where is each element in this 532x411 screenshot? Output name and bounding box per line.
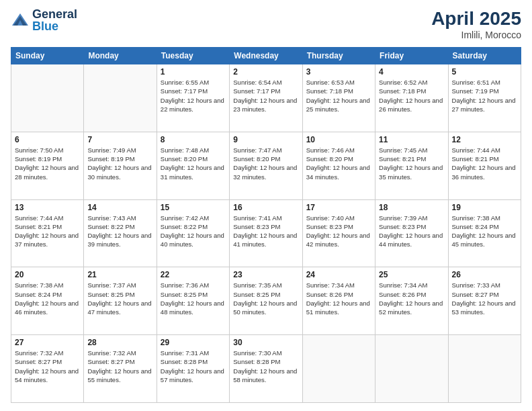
daylight-text: Daylight: 12 hours and 32 minutes. <box>233 164 297 180</box>
table-row: 24 Sunrise: 7:34 AM Sunset: 8:26 PM Dayl… <box>302 267 375 335</box>
day-info: Sunrise: 7:32 AM Sunset: 8:27 PM Dayligh… <box>15 349 80 384</box>
day-info: Sunrise: 6:53 AM Sunset: 7:18 PM Dayligh… <box>306 78 371 113</box>
logo-text: General Blue <box>32 8 77 32</box>
table-row: 16 Sunrise: 7:41 AM Sunset: 8:23 PM Dayl… <box>230 199 302 267</box>
table-row: 10 Sunrise: 7:46 AM Sunset: 8:20 PM Dayl… <box>302 132 375 199</box>
day-info: Sunrise: 7:34 AM Sunset: 8:26 PM Dayligh… <box>306 281 371 316</box>
day-number: 11 <box>379 135 444 144</box>
table-row: 19 Sunrise: 7:38 AM Sunset: 8:24 PM Dayl… <box>448 199 521 267</box>
title-location: Imlili, Morocco <box>431 30 521 40</box>
table-row: 6 Sunrise: 7:50 AM Sunset: 8:19 PM Dayli… <box>11 132 84 199</box>
header: General Blue April 2025 Imlili, Morocco <box>11 8 521 40</box>
sunset-text: Sunset: 8:20 PM <box>161 155 208 163</box>
daylight-text: Daylight: 12 hours and 53 minutes. <box>452 300 516 316</box>
day-info: Sunrise: 7:42 AM Sunset: 8:22 PM Dayligh… <box>161 214 226 249</box>
sunset-text: Sunset: 8:26 PM <box>306 291 353 298</box>
table-row <box>448 335 521 403</box>
sunset-text: Sunset: 8:25 PM <box>87 291 134 298</box>
daylight-text: Daylight: 12 hours and 48 minutes. <box>161 300 224 316</box>
daylight-text: Daylight: 12 hours and 37 minutes. <box>15 232 79 248</box>
sunset-text: Sunset: 8:21 PM <box>15 223 62 230</box>
day-info: Sunrise: 7:44 AM Sunset: 8:21 PM Dayligh… <box>15 214 80 249</box>
day-number: 29 <box>161 338 226 347</box>
col-tuesday: Tuesday <box>157 48 229 64</box>
day-info: Sunrise: 7:38 AM Sunset: 8:24 PM Dayligh… <box>452 214 517 249</box>
sunrise-text: Sunrise: 7:34 AM <box>306 281 355 289</box>
table-row: 20 Sunrise: 7:38 AM Sunset: 8:24 PM Dayl… <box>11 267 84 335</box>
day-info: Sunrise: 7:41 AM Sunset: 8:23 PM Dayligh… <box>233 214 298 249</box>
day-info: Sunrise: 6:55 AM Sunset: 7:17 PM Dayligh… <box>161 78 226 113</box>
day-info: Sunrise: 7:49 AM Sunset: 8:19 PM Dayligh… <box>87 146 152 181</box>
daylight-text: Daylight: 12 hours and 22 minutes. <box>161 97 224 113</box>
daylight-text: Daylight: 12 hours and 58 minutes. <box>233 367 297 383</box>
sunrise-text: Sunrise: 7:44 AM <box>15 214 63 222</box>
daylight-text: Daylight: 12 hours and 45 minutes. <box>452 232 516 248</box>
day-number: 19 <box>452 203 517 212</box>
table-row: 27 Sunrise: 7:32 AM Sunset: 8:27 PM Dayl… <box>11 335 84 403</box>
sunset-text: Sunset: 7:18 PM <box>379 87 426 95</box>
sunrise-text: Sunrise: 7:32 AM <box>87 349 136 357</box>
day-number: 4 <box>379 67 444 77</box>
table-row: 11 Sunrise: 7:45 AM Sunset: 8:21 PM Dayl… <box>375 132 448 199</box>
day-number: 28 <box>87 338 152 347</box>
day-info: Sunrise: 7:32 AM Sunset: 8:27 PM Dayligh… <box>87 349 152 384</box>
sunrise-text: Sunrise: 7:41 AM <box>233 214 281 222</box>
daylight-text: Daylight: 12 hours and 26 minutes. <box>379 97 443 113</box>
daylight-text: Daylight: 12 hours and 55 minutes. <box>87 367 151 383</box>
table-row <box>84 64 157 132</box>
daylight-text: Daylight: 12 hours and 46 minutes. <box>15 300 79 316</box>
sunset-text: Sunset: 7:17 PM <box>161 87 208 95</box>
day-number: 22 <box>161 270 226 279</box>
day-number: 20 <box>15 270 80 279</box>
day-info: Sunrise: 7:37 AM Sunset: 8:25 PM Dayligh… <box>87 281 152 316</box>
col-wednesday: Wednesday <box>230 48 302 64</box>
table-row: 29 Sunrise: 7:31 AM Sunset: 8:28 PM Dayl… <box>157 335 229 403</box>
day-info: Sunrise: 6:54 AM Sunset: 7:17 PM Dayligh… <box>233 78 298 113</box>
sunrise-text: Sunrise: 7:40 AM <box>306 214 355 222</box>
sunrise-text: Sunrise: 7:35 AM <box>233 281 281 289</box>
day-number: 25 <box>379 270 444 279</box>
daylight-text: Daylight: 12 hours and 27 minutes. <box>452 97 516 113</box>
day-number: 17 <box>306 203 371 212</box>
sunrise-text: Sunrise: 7:44 AM <box>452 146 500 154</box>
table-row: 3 Sunrise: 6:53 AM Sunset: 7:18 PM Dayli… <box>302 64 375 132</box>
table-row: 23 Sunrise: 7:35 AM Sunset: 8:25 PM Dayl… <box>230 267 302 335</box>
calendar-header-row: Sunday Monday Tuesday Wednesday Thursday… <box>11 48 521 64</box>
sunrise-text: Sunrise: 7:33 AM <box>452 281 500 289</box>
day-number: 16 <box>233 203 298 212</box>
sunrise-text: Sunrise: 6:51 AM <box>452 79 500 86</box>
sunrise-text: Sunrise: 6:55 AM <box>161 79 209 86</box>
day-number: 23 <box>233 270 298 279</box>
table-row: 25 Sunrise: 7:34 AM Sunset: 8:26 PM Dayl… <box>375 267 448 335</box>
day-info: Sunrise: 7:44 AM Sunset: 8:21 PM Dayligh… <box>452 146 517 181</box>
daylight-text: Daylight: 12 hours and 39 minutes. <box>87 232 151 248</box>
day-info: Sunrise: 7:45 AM Sunset: 8:21 PM Dayligh… <box>379 146 444 181</box>
table-row: 26 Sunrise: 7:33 AM Sunset: 8:27 PM Dayl… <box>448 267 521 335</box>
title-block: April 2025 Imlili, Morocco <box>431 8 521 40</box>
sunset-text: Sunset: 8:27 PM <box>87 358 134 365</box>
table-row: 14 Sunrise: 7:43 AM Sunset: 8:22 PM Dayl… <box>84 199 157 267</box>
table-row: 9 Sunrise: 7:47 AM Sunset: 8:20 PM Dayli… <box>230 132 302 199</box>
sunset-text: Sunset: 8:24 PM <box>452 223 499 230</box>
sunset-text: Sunset: 8:21 PM <box>379 155 426 163</box>
calendar-table: Sunday Monday Tuesday Wednesday Thursday… <box>11 47 521 403</box>
col-friday: Friday <box>375 48 448 64</box>
day-info: Sunrise: 7:34 AM Sunset: 8:26 PM Dayligh… <box>379 281 444 316</box>
day-number: 24 <box>306 270 371 279</box>
day-info: Sunrise: 6:51 AM Sunset: 7:19 PM Dayligh… <box>452 78 517 113</box>
sunrise-text: Sunrise: 7:39 AM <box>379 214 427 222</box>
day-info: Sunrise: 7:40 AM Sunset: 8:23 PM Dayligh… <box>306 214 371 249</box>
daylight-text: Daylight: 12 hours and 42 minutes. <box>306 232 370 248</box>
sunset-text: Sunset: 7:17 PM <box>233 87 280 95</box>
daylight-text: Daylight: 12 hours and 54 minutes. <box>15 367 79 383</box>
daylight-text: Daylight: 12 hours and 36 minutes. <box>452 164 516 180</box>
sunset-text: Sunset: 7:19 PM <box>452 87 499 95</box>
day-number: 6 <box>15 135 80 144</box>
sunset-text: Sunset: 8:27 PM <box>15 358 62 365</box>
col-sunday: Sunday <box>11 48 84 64</box>
table-row: 18 Sunrise: 7:39 AM Sunset: 8:23 PM Dayl… <box>375 199 448 267</box>
sunrise-text: Sunrise: 7:31 AM <box>161 349 209 357</box>
sunset-text: Sunset: 8:27 PM <box>452 291 499 298</box>
daylight-text: Daylight: 12 hours and 35 minutes. <box>379 164 443 180</box>
table-row: 2 Sunrise: 6:54 AM Sunset: 7:17 PM Dayli… <box>230 64 302 132</box>
